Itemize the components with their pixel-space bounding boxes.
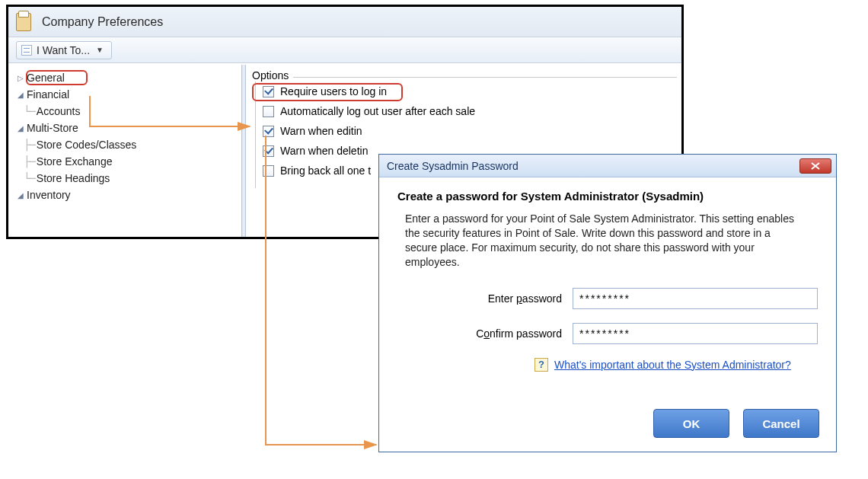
tree-item-storeexchange[interactable]: ├─ Store Exchange — [13, 153, 238, 170]
dialog-description: Enter a password for your Point of Sale … — [405, 212, 801, 270]
ok-button[interactable]: OK — [653, 409, 729, 438]
cancel-button[interactable]: Cancel — [743, 409, 819, 438]
confirm-password-input[interactable] — [573, 323, 818, 344]
prefs-toolbar: I Want To... ▼ — [8, 37, 681, 63]
enter-password-row: Enter password — [397, 288, 818, 309]
tree-item-multistore[interactable]: ◢ Multi-Store — [13, 120, 238, 136]
enter-password-input[interactable] — [573, 288, 818, 309]
close-button[interactable] — [799, 158, 831, 174]
dialog-titlebar: Create Sysadmin Password — [379, 155, 836, 177]
options-legend: Options — [252, 69, 293, 81]
dialog-title: Create Sysadmin Password — [387, 160, 799, 172]
close-icon — [811, 162, 820, 170]
tree-item-financial[interactable]: ◢ Financial — [13, 86, 238, 103]
expand-icon[interactable]: ▷ — [16, 74, 25, 82]
tree-item-storecodes[interactable]: ├─ Store Codes/Classes — [13, 136, 238, 153]
prefs-tree: ▷ General ◢ Financial └─ Accounts ◢ Mult… — [13, 69, 238, 203]
checkbox-warn-delete[interactable] — [263, 145, 274, 157]
dialog-buttons: OK Cancel — [379, 409, 836, 452]
prefs-titlebar: Company Preferences — [8, 7, 681, 37]
i-want-to-label: I Want To... — [37, 44, 90, 56]
prefs-title: Company Preferences — [42, 15, 163, 29]
dialog-heading: Create a password for System Administrat… — [397, 190, 818, 203]
collapse-icon[interactable]: ◢ — [16, 91, 25, 99]
tree-item-accounts[interactable]: └─ Accounts — [13, 103, 238, 120]
i-want-to-button[interactable]: I Want To... ▼ — [16, 41, 112, 59]
prefs-icon — [16, 13, 31, 31]
enter-password-label: Enter password — [397, 292, 573, 305]
dialog-body: Create a password for System Administrat… — [379, 177, 836, 409]
tree-item-general[interactable]: ▷ General — [13, 69, 238, 86]
checkbox-auto-logout[interactable] — [263, 106, 274, 117]
checkbox-warn-edit[interactable] — [263, 126, 274, 137]
collapse-icon[interactable]: ◢ — [16, 191, 25, 200]
confirm-password-label: Confirm password — [397, 327, 573, 340]
tree-item-storeheadings[interactable]: └─ Store Headings — [13, 170, 238, 187]
help-link[interactable]: What's important about the System Admini… — [554, 359, 791, 371]
confirm-password-row: Confirm password — [397, 323, 818, 344]
splitter[interactable] — [241, 65, 246, 237]
help-row: ? What's important about the System Admi… — [397, 358, 818, 372]
checkbox-require-login[interactable] — [263, 86, 274, 97]
collapse-icon[interactable]: ◢ — [16, 124, 25, 133]
tree-item-inventory[interactable]: ◢ Inventory — [13, 187, 238, 203]
sysadmin-password-dialog: Create Sysadmin Password Create a passwo… — [378, 154, 837, 452]
list-icon — [21, 45, 32, 56]
help-icon: ? — [535, 358, 548, 372]
checkbox-bring-back[interactable] — [263, 165, 274, 177]
chevron-down-icon: ▼ — [96, 46, 104, 54]
